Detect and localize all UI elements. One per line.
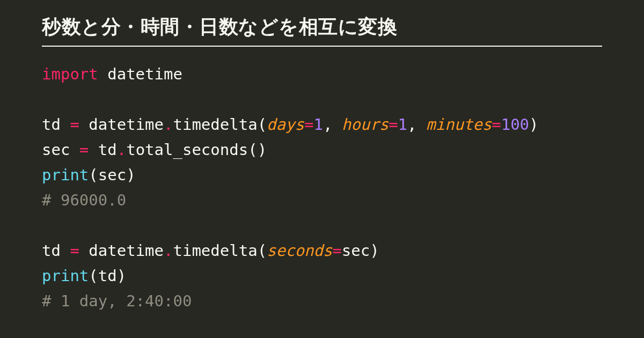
module-datetime: datetime (107, 65, 182, 83)
num-1: 1 (398, 115, 407, 134)
ref-datetime: datetime (89, 241, 164, 260)
ref-td: td (98, 267, 117, 285)
lparen: ( (248, 141, 257, 159)
var-td: td (42, 115, 61, 134)
op-dot: . (164, 115, 173, 134)
ref-sec: sec (98, 166, 126, 184)
op-dot: . (117, 141, 126, 159)
arg-seconds: seconds (267, 241, 332, 260)
comma: , (407, 115, 416, 134)
arg-minutes: minutes (426, 115, 492, 134)
rparen: ) (117, 267, 126, 285)
op-eq: = (332, 241, 341, 260)
op-eq: = (389, 115, 398, 134)
arg-hours: hours (342, 115, 389, 134)
num-1: 1 (313, 115, 323, 134)
rparen: ) (370, 241, 379, 260)
code-block: import datetime td = datetime.timedelta(… (42, 62, 602, 314)
num-100: 100 (501, 115, 529, 134)
lparen: ( (89, 267, 98, 285)
op-eq: = (70, 241, 79, 260)
ref-datetime: datetime (89, 115, 164, 134)
var-td: td (42, 241, 61, 260)
lparen: ( (258, 115, 267, 134)
call-timedelta: timedelta (173, 241, 257, 260)
builtin-print: print (42, 166, 89, 184)
var-sec: sec (42, 141, 70, 159)
builtin-print: print (42, 267, 89, 285)
lparen: ( (258, 241, 267, 260)
rparen: ) (126, 166, 135, 184)
comment-output-1: # 96000.0 (42, 191, 126, 209)
lparen: ( (89, 166, 98, 184)
ref-sec: sec (342, 241, 370, 260)
op-eq: = (70, 115, 79, 134)
page-title: 秒数と分・時間・日数などを相互に変換 (42, 14, 602, 47)
rparen: ) (258, 141, 267, 159)
comma: , (323, 115, 332, 134)
comment-output-2: # 1 day, 2:40:00 (42, 292, 192, 310)
op-eq: = (304, 115, 313, 134)
op-dot: . (164, 241, 173, 260)
call-timedelta: timedelta (173, 115, 257, 134)
rparen: ) (529, 115, 538, 134)
keyword-import: import (42, 65, 98, 83)
op-eq: = (79, 141, 89, 159)
op-eq: = (492, 115, 501, 134)
call-total-seconds: total_seconds (126, 141, 248, 159)
arg-days: days (267, 115, 304, 134)
ref-td: td (98, 141, 117, 159)
